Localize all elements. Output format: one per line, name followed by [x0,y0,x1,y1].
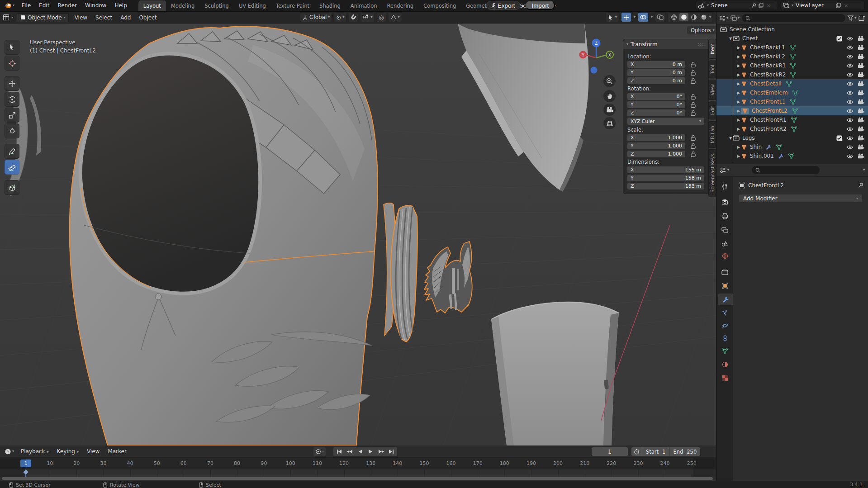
pivot-point-dropdown[interactable]: ⊙ ▾ [334,13,346,22]
expand-icon[interactable]: ▶ [736,127,741,131]
properties-tab-constraints[interactable] [716,332,733,344]
outliner-item-label[interactable]: Legs [742,135,755,141]
disable-render-icon[interactable] [858,126,864,132]
outliner-row-scene-collection[interactable]: Scene Collection [716,25,868,34]
outliner-item-label[interactable]: ChestFrontL1 [750,99,786,105]
properties-tab-render[interactable] [716,196,733,208]
properties-editor-type-dropdown[interactable]: ▾ [720,167,729,173]
outliner-item-label[interactable]: ChestDetail [750,81,782,87]
expand-icon[interactable]: ▶ [736,82,741,86]
expand-icon[interactable]: ▼ [728,37,733,41]
xray-toggle[interactable] [655,13,665,22]
lock-icon[interactable] [691,143,696,149]
menu-window[interactable]: Window [81,0,110,10]
rotation-z-field[interactable]: Z0° [627,109,685,116]
tool-cursor-button[interactable] [5,56,19,71]
scale-x-field[interactable]: X1.000 [627,134,685,141]
expand-icon[interactable]: ▶ [736,64,741,68]
outliner-row-chest[interactable]: ▼Chest [716,34,868,43]
options-dropdown[interactable]: Options ▾ [687,26,716,34]
import-button[interactable]: Import [526,1,555,10]
shading-wireframe-button[interactable] [669,13,678,21]
end-frame-field[interactable]: End250 [669,447,700,456]
properties-tab-material[interactable] [716,359,733,370]
hide-viewport-icon[interactable] [846,36,854,41]
outliner-row-chestfrontl1[interactable]: ▶ChestFrontL1 [716,97,868,106]
lock-icon[interactable] [691,102,696,108]
disable-render-icon[interactable] [858,36,864,41]
lock-icon[interactable] [691,94,696,99]
lock-icon[interactable] [691,70,696,76]
chevron-down-icon[interactable]: ▾ [634,15,636,19]
outliner-display-mode-dropdown[interactable]: ▾ [719,15,728,21]
hide-viewport-icon[interactable] [846,99,854,104]
outliner-item-label[interactable]: ChestBackL2 [750,53,785,60]
export-button[interactable]: Export [486,1,520,10]
outliner-item-label[interactable]: Shin [750,144,762,150]
outliner-row-shin-001[interactable]: ▶Shin.001 [716,152,868,161]
tab-shading[interactable]: Shading [314,0,346,11]
properties-tab-texture[interactable] [716,372,733,384]
viewport-menu-view[interactable]: View [71,13,91,23]
location-x-field[interactable]: X0 m [627,61,685,68]
outliner-item-label[interactable]: ChestFrontR1 [750,117,787,123]
mesh-chest-main[interactable] [70,26,378,445]
tab-layout[interactable]: Layout [138,0,166,11]
disable-render-icon[interactable] [858,81,864,86]
outliner-item-label[interactable]: ChestEmblem [750,90,788,96]
disable-render-icon[interactable] [858,54,864,59]
pin-icon[interactable] [751,3,756,8]
new-viewlayer-icon[interactable] [836,3,841,8]
tool-transform-button[interactable] [5,123,19,138]
tool-move-button[interactable] [5,76,19,91]
remove-viewlayer-icon[interactable]: × [843,3,849,9]
chevron-down-icon[interactable]: ▾ [651,15,653,19]
tool-measure-button[interactable] [5,160,19,175]
record-icon[interactable] [315,449,321,455]
proportional-editing-toggle[interactable]: ◎ [377,13,385,22]
disable-render-icon[interactable] [858,45,864,50]
outliner-item-label[interactable]: Chest [742,35,758,42]
panel-grip-icon[interactable]: :::: [698,42,705,47]
npanel-tab-mb-lab[interactable]: MB-Lab [708,121,716,148]
properties-tab-output[interactable] [716,210,733,222]
scene-selector[interactable]: ▾ Scene × [696,1,778,10]
shading-rendered-button[interactable] [699,13,708,21]
scale-z-field[interactable]: Z1.000 [627,151,685,157]
pin-icon[interactable] [858,183,863,188]
dimensions-z-field[interactable]: Z183 m [627,183,704,190]
unlink-scene-icon[interactable]: × [766,3,772,9]
tab-uv-editing[interactable]: UV Editing [234,0,271,11]
snap-toggle[interactable] [349,13,358,22]
outliner-item-label[interactable]: ChestBackR1 [750,62,786,69]
tab-compositing[interactable]: Compositing [418,0,461,11]
rotation-x-field[interactable]: X0° [627,93,685,100]
expand-icon[interactable]: ▶ [736,109,741,113]
viewport-menu-object[interactable]: Object [135,13,161,23]
expand-icon[interactable]: ▶ [736,100,741,104]
hide-viewport-icon[interactable] [846,127,854,132]
zoom-view-button[interactable] [603,75,616,87]
chevron-down-icon[interactable]: ▾ [709,15,711,19]
collection-checkbox[interactable] [836,36,842,42]
location-y-field[interactable]: Y0 m [627,69,685,76]
properties-tab-collection[interactable] [716,266,733,278]
overlays-toggle[interactable] [638,13,648,22]
tool-rotate-button[interactable] [5,92,19,107]
hide-viewport-icon[interactable] [846,81,854,86]
expand-icon[interactable]: ▶ [736,145,741,149]
lock-icon[interactable] [691,135,696,141]
camera-view-button[interactable] [603,104,616,116]
hide-viewport-icon[interactable] [846,109,854,114]
expand-icon[interactable]: ▶ [736,73,741,77]
outliner-item-label[interactable]: Scene Collection [730,26,775,33]
hide-viewport-icon[interactable] [846,154,854,159]
properties-search-input[interactable] [752,166,820,174]
menu-render[interactable]: Render [53,0,81,10]
lock-icon[interactable] [691,78,696,84]
hide-viewport-icon[interactable] [846,90,854,95]
prev-keyframe-button[interactable] [345,447,355,456]
outliner-row-chestbackr1[interactable]: ▶ChestBackR1 [716,61,868,70]
outliner-row-chestbackr2[interactable]: ▶ChestBackR2 [716,70,868,79]
expand-icon[interactable]: ▶ [736,118,741,122]
